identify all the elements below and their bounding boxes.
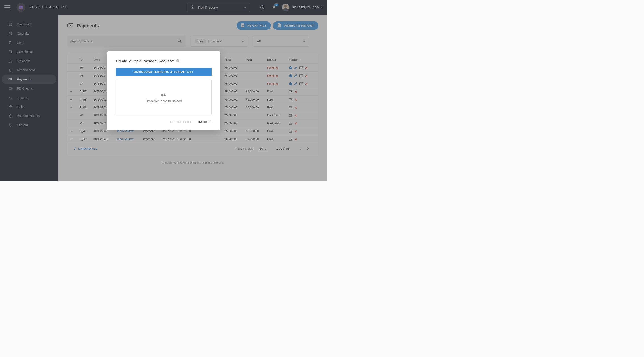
dropzone-text: Drop files here to upload xyxy=(145,99,182,103)
modal-overlay[interactable]: Create Multiple Payment Requests DOWNLOA… xyxy=(0,0,327,181)
cancel-button[interactable]: CANCEL xyxy=(198,120,212,124)
svg-point-36 xyxy=(178,61,178,61)
import-modal: Create Multiple Payment Requests DOWNLOA… xyxy=(107,51,220,130)
upload-file-button[interactable]: UPLOAD FILE xyxy=(170,120,192,124)
modal-help-icon[interactable] xyxy=(176,59,180,64)
modal-title: Create Multiple Payment Requests xyxy=(116,59,175,63)
download-template-button[interactable]: DOWNLOAD TEMPLATE & TENANT LIST xyxy=(116,68,212,76)
upload-cloud-icon xyxy=(161,92,166,98)
file-dropzone[interactable]: Drop files here to upload xyxy=(116,80,212,115)
